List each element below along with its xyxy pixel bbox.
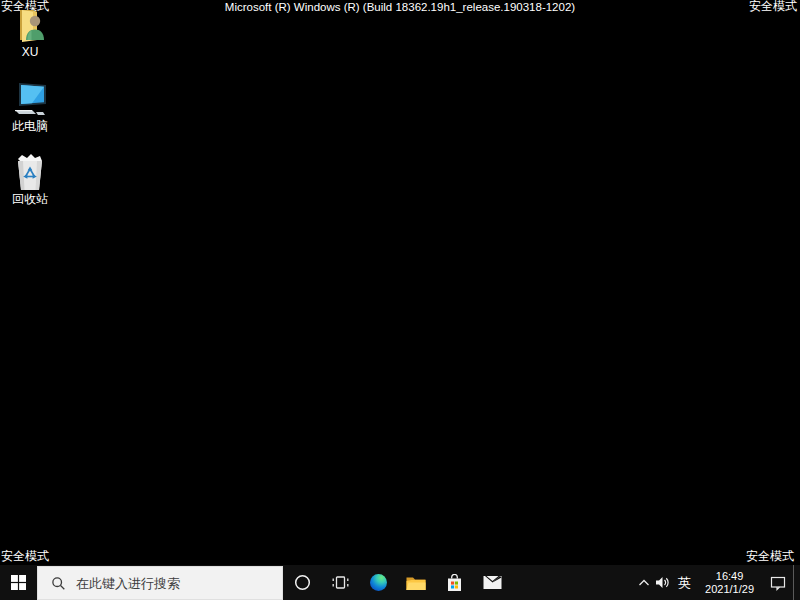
mail-icon xyxy=(483,575,502,590)
taskbar-search-box[interactable] xyxy=(37,566,283,600)
desktop-icon-label: 此电脑 xyxy=(12,120,48,133)
task-view-button[interactable] xyxy=(321,565,359,600)
microsoft-store-button[interactable] xyxy=(435,565,473,600)
safe-mode-label-bottom-right: 安全模式 xyxy=(746,550,794,563)
desktop-icon-user-folder[interactable]: XU xyxy=(0,8,62,59)
clock-date: 2021/1/29 xyxy=(705,583,754,596)
show-desktop-button[interactable] xyxy=(793,565,800,600)
action-center-button[interactable] xyxy=(763,565,793,600)
search-input[interactable] xyxy=(76,576,256,591)
desktop-icon-this-pc[interactable]: 此电脑 xyxy=(0,82,62,133)
cortana-button[interactable] xyxy=(283,565,321,600)
file-explorer-icon xyxy=(406,575,426,591)
desktop-icon-label: XU xyxy=(22,46,39,59)
microsoft-store-icon xyxy=(446,574,463,592)
system-tray: 英 16:49 2021/1/29 xyxy=(635,565,800,600)
start-button[interactable] xyxy=(0,565,37,600)
cortana-icon xyxy=(294,574,311,591)
language-indicator[interactable]: 英 xyxy=(673,565,696,600)
search-icon xyxy=(51,576,66,591)
volume-button[interactable] xyxy=(653,565,673,600)
clock-time: 16:49 xyxy=(716,570,744,583)
clock[interactable]: 16:49 2021/1/29 xyxy=(696,570,763,595)
windows-logo-icon xyxy=(11,575,26,590)
language-label: 英 xyxy=(673,574,696,592)
edge-button[interactable] xyxy=(359,565,397,600)
taskbar: 英 16:49 2021/1/29 xyxy=(0,565,800,600)
user-folder-icon xyxy=(12,8,48,44)
mail-button[interactable] xyxy=(473,565,511,600)
show-hidden-icons-button[interactable] xyxy=(635,565,653,600)
desktop-icon-label: 回收站 xyxy=(12,193,48,206)
desktop-icon-recycle-bin[interactable]: 回收站 xyxy=(0,155,62,206)
recycle-bin-icon xyxy=(12,155,48,191)
this-pc-icon xyxy=(12,82,48,118)
speaker-icon xyxy=(655,576,671,589)
file-explorer-button[interactable] xyxy=(397,565,435,600)
windows-build-banner: Microsoft (R) Windows (R) (Build 18362.1… xyxy=(0,0,800,14)
chevron-up-icon xyxy=(638,578,650,587)
edge-icon xyxy=(370,574,387,591)
task-view-icon xyxy=(332,575,349,590)
action-center-icon xyxy=(770,575,786,591)
safe-mode-label-bottom-left: 安全模式 xyxy=(1,550,49,563)
